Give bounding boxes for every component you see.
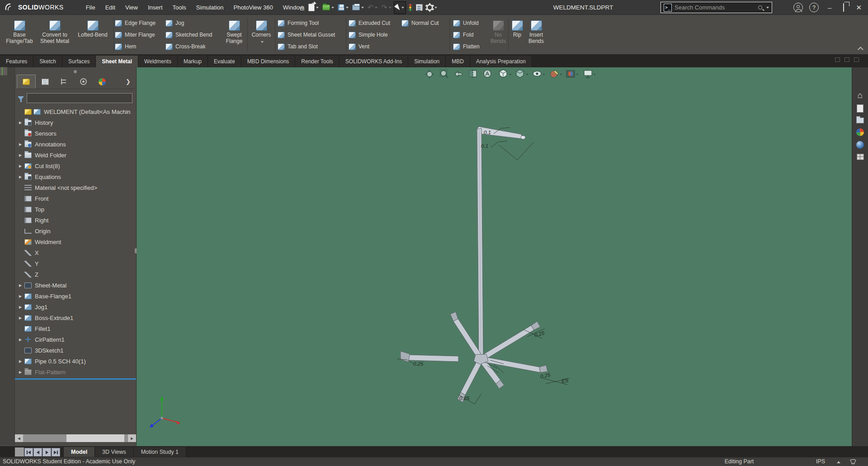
convert-to-sheet-metal-button[interactable]: Convert to Sheet Metal [35, 20, 75, 44]
tab-surfaces[interactable]: Surfaces [62, 56, 96, 67]
menu-simulation[interactable]: Simulation [191, 1, 229, 14]
tree-item-boss-extrude1[interactable]: ▶Boss-Extrude1 [15, 312, 135, 323]
select-dropdown-caret[interactable] [401, 7, 404, 9]
tab-sheet-metal[interactable]: Sheet Metal [96, 56, 138, 67]
menu-insert[interactable]: Insert [143, 1, 168, 14]
tree-root[interactable]: WELDMENT (Default<As Machin [15, 106, 135, 117]
tree-item-weldment[interactable]: Weldment [15, 236, 135, 247]
tree-item-jog1[interactable]: ▶Jog1 [15, 301, 135, 312]
corners-button[interactable]: Corners [248, 20, 274, 44]
expand-arrow-icon[interactable]: ▶ [17, 153, 24, 157]
tab-feature-tree[interactable] [17, 75, 36, 89]
open-button[interactable] [321, 1, 335, 14]
dimension-label[interactable]: 0.25 [413, 361, 423, 367]
ribbon-collapse-chevron[interactable] [858, 47, 863, 52]
previous-tab-button[interactable] [33, 448, 42, 457]
expand-arrow-icon[interactable]: ▶ [17, 142, 24, 146]
tab-solidworks-add-ins[interactable]: SOLIDWORKS Add-Ins [340, 56, 408, 67]
tree-item-annotations[interactable]: ▶Annotations [15, 139, 135, 150]
expand-arrow-icon[interactable]: ▶ [17, 359, 24, 363]
tab-evaluate[interactable]: Evaluate [208, 56, 241, 67]
expand-arrow-icon[interactable]: ▶ [17, 175, 24, 179]
dimension-label[interactable]: 0.1 [484, 130, 491, 135]
tree-item-top-plane[interactable]: Top [15, 204, 135, 215]
appearances-scenes-icon[interactable] [856, 128, 864, 136]
sketched-bend-button[interactable]: Sketched Bend [165, 30, 212, 39]
model-base-tab[interactable] [539, 365, 547, 372]
model-base-arm[interactable] [409, 355, 458, 362]
tab-3d-views[interactable]: 3D Views [95, 447, 134, 457]
tree-item-x-axis[interactable]: X [15, 247, 135, 258]
weldment-model[interactable] [137, 67, 852, 446]
simple-hole-button[interactable]: Simple Hole [349, 30, 388, 39]
print-button[interactable] [351, 1, 365, 14]
units-dropdown-caret[interactable] [837, 461, 840, 463]
cross-break-button[interactable]: Cross-Break [165, 42, 206, 51]
scrollbar-track[interactable] [23, 434, 128, 442]
model-arm-tip[interactable] [521, 136, 525, 139]
rip-button[interactable]: Rip [509, 20, 525, 38]
tab-markup[interactable]: Markup [178, 56, 208, 67]
tree-item-cut-list[interactable]: ▶Cut list(8) [15, 160, 135, 171]
tree-item-sensors[interactable]: Sensors [15, 128, 135, 139]
annotation-tool-icon-8[interactable] [6, 67, 7, 75]
minimize-button[interactable]: – [825, 4, 834, 11]
tab-simulation[interactable]: Simulation [408, 56, 446, 67]
extruded-cut-button[interactable]: Extruded Cut [349, 19, 390, 28]
expand-arrow-icon[interactable]: ▶ [17, 305, 24, 309]
dimension-label[interactable]: 0.25 [459, 395, 469, 401]
tab-and-slot-button[interactable]: Tab and Slot [278, 42, 318, 51]
insert-bends-button[interactable]: Insert Bends [524, 20, 548, 44]
normal-cut-button[interactable]: Normal Cut [401, 19, 439, 28]
base-flange-tab-button[interactable]: Base Flange/Tab [1, 20, 38, 44]
search-input[interactable] [675, 4, 755, 11]
new-document-button[interactable] [307, 1, 320, 14]
solidworks-resources-icon[interactable] [857, 104, 863, 113]
menu-view[interactable]: View [120, 1, 143, 14]
tree-item-weld-folder[interactable]: ▶Weld Folder [15, 150, 135, 160]
tree-item-sheet-metal[interactable]: ▶Sheet-Metal [15, 280, 135, 291]
tree-item-history[interactable]: ▶History [15, 117, 135, 128]
tab-mbd[interactable]: MBD [446, 56, 470, 67]
expand-arrow-icon[interactable]: ▶ [17, 338, 24, 342]
tree-item-origin[interactable]: Origin [15, 226, 135, 236]
swept-flange-button[interactable]: Swept Flange [222, 20, 247, 44]
tab-motion-study-1[interactable]: Motion Study 1 [134, 447, 186, 457]
viewport-frame-icon[interactable] [854, 57, 859, 62]
units-selector[interactable]: IPS [816, 458, 825, 465]
hem-button[interactable]: Hem [115, 42, 136, 51]
last-tab-button[interactable] [52, 448, 60, 457]
tree-item-front-plane[interactable]: Front [15, 193, 135, 204]
jog-button[interactable]: Jog [165, 19, 184, 28]
tab-sketch[interactable]: Sketch [33, 56, 62, 67]
sheet-metal-gusset-button[interactable]: Sheet Metal Gusset [278, 30, 335, 39]
dimension-label[interactable]: 0.1 [481, 143, 488, 149]
tab-model[interactable]: Model [64, 447, 95, 457]
tab-analysis-preparation[interactable]: Analysis Preparation [470, 56, 532, 67]
menu-edit[interactable]: Edit [100, 1, 120, 14]
first-tab-button[interactable] [24, 448, 33, 457]
panel-collapse-handle[interactable] [74, 70, 77, 73]
scroll-left-button[interactable]: ◄ [15, 434, 23, 442]
save-button[interactable] [336, 1, 350, 14]
close-button[interactable]: ✕ [853, 4, 864, 12]
fold-button[interactable]: Fold [453, 30, 473, 39]
rebuild-button[interactable] [407, 1, 414, 14]
tree-item-3dsketch1[interactable]: 3DSketch1 [15, 345, 135, 356]
tree-item-right-plane[interactable]: Right [15, 215, 135, 226]
custom-properties-icon[interactable] [857, 154, 864, 160]
view-palette-icon[interactable] [856, 141, 864, 149]
tree-item-y-axis[interactable]: Y [15, 258, 135, 269]
menu-file[interactable]: File [81, 1, 100, 14]
miter-flange-button[interactable]: Miter Flange [115, 30, 155, 39]
tab-render-tools[interactable]: Render Tools [295, 56, 340, 67]
scroll-right-button[interactable]: ► [128, 434, 136, 442]
flatten-button[interactable]: Flatten [453, 42, 480, 51]
tab-weldments[interactable]: Weldments [138, 56, 178, 67]
lofted-bend-button[interactable]: Lofted-Bend [73, 20, 112, 38]
tree-item-fillet1[interactable]: Fillet1 [15, 323, 135, 334]
expand-arrow-icon[interactable]: ▶ [17, 121, 24, 125]
tab-configuration-manager[interactable] [55, 75, 74, 89]
corners-dropdown-caret[interactable] [261, 41, 264, 43]
menu-tools[interactable]: Tools [168, 1, 191, 14]
